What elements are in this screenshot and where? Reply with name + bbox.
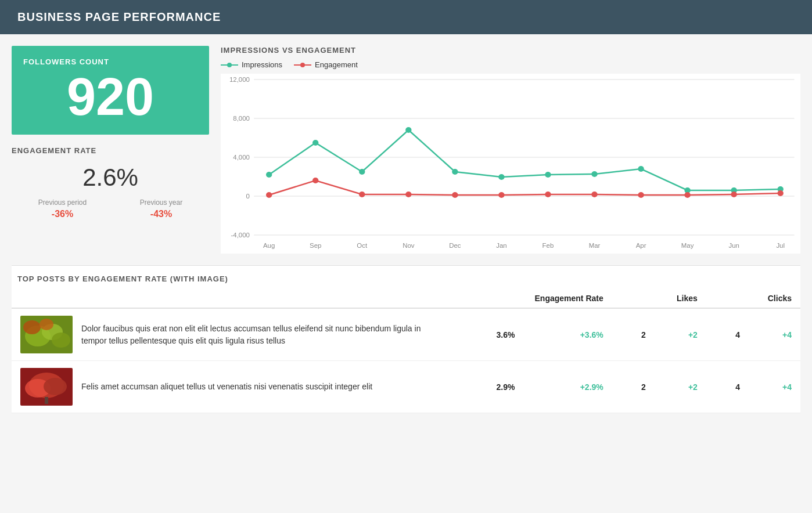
post-text-1: Felis amet accumsan aliquet tellus ut ve… xyxy=(81,381,372,393)
year-change: -43% xyxy=(150,209,172,219)
table-row: Dolor faucibus quis erat non elit elit l… xyxy=(12,308,800,361)
legend-engagement: Engagement xyxy=(294,60,358,69)
likes-delta-0: +2 xyxy=(655,308,706,361)
likes-0: 2 xyxy=(612,308,655,361)
svg-point-45 xyxy=(591,192,597,197)
table-row: Felis amet accumsan aliquet tellus ut ve… xyxy=(12,361,800,413)
svg-point-28 xyxy=(359,169,365,175)
svg-point-53 xyxy=(52,333,70,348)
svg-text:Nov: Nov xyxy=(403,242,415,249)
svg-text:12,000: 12,000 xyxy=(229,76,250,83)
svg-point-38 xyxy=(266,192,272,198)
svg-point-49 xyxy=(777,190,783,196)
clicks-1: 4 xyxy=(706,361,749,413)
engagement-delta-0: +3.6% xyxy=(523,308,612,361)
period-comparison: Previous period -36% Previous year -43% xyxy=(12,198,209,219)
chart-title: IMPRESSIONS VS ENGAGEMENT xyxy=(221,46,800,55)
svg-point-32 xyxy=(545,172,551,178)
col-header-engagement: Engagement Rate xyxy=(445,289,612,308)
svg-text:0: 0 xyxy=(246,193,250,200)
svg-text:Jun: Jun xyxy=(728,242,739,249)
legend-engagement-label: Engagement xyxy=(315,60,358,69)
svg-point-30 xyxy=(452,169,458,175)
svg-text:-4,000: -4,000 xyxy=(231,232,250,239)
svg-point-44 xyxy=(545,192,551,197)
svg-point-55 xyxy=(39,319,53,330)
svg-point-59 xyxy=(44,378,67,395)
period-item-year: Previous year -43% xyxy=(140,198,182,219)
svg-text:8,000: 8,000 xyxy=(233,115,250,122)
clicks-delta-1: +4 xyxy=(749,361,800,413)
svg-text:May: May xyxy=(681,242,694,249)
post-cell-1: Felis amet accumsan aliquet tellus ut ve… xyxy=(12,361,445,413)
svg-point-40 xyxy=(359,192,365,197)
likes-delta-1: +2 xyxy=(655,361,706,413)
svg-text:Mar: Mar xyxy=(589,242,601,249)
col-header-clicks: Clicks xyxy=(706,289,800,308)
chart-legend: Impressions Engagement xyxy=(221,60,800,69)
legend-impressions-label: Impressions xyxy=(242,60,282,69)
svg-point-43 xyxy=(498,192,504,198)
chart-svg-container: 12,000 8,000 4,000 0 -4,000 Aug Sep Oct … xyxy=(221,74,800,254)
legend-impressions: Impressions xyxy=(221,60,282,69)
post-thumbnail-1 xyxy=(20,368,73,406)
engagement-section: ENGAGEMENT RATE 2.6% Previous period -36… xyxy=(12,140,209,225)
svg-point-26 xyxy=(266,172,272,178)
page-title: BUSINESS PAGE PERFORMANCE xyxy=(17,10,221,23)
svg-text:Sep: Sep xyxy=(310,242,321,249)
svg-point-27 xyxy=(312,140,318,146)
svg-text:Feb: Feb xyxy=(542,242,554,249)
post-text-0: Dolor faucibus quis erat non elit elit l… xyxy=(81,323,437,347)
engagement-delta-1: +2.9% xyxy=(523,361,612,413)
svg-point-31 xyxy=(498,174,504,180)
clicks-delta-0: +4 xyxy=(749,308,800,361)
post-cell-0: Dolor faucibus quis erat non elit elit l… xyxy=(12,308,445,361)
col-header-post xyxy=(12,289,445,308)
top-section: FOLLOWERS COUNT 920 ENGAGEMENT RATE 2.6%… xyxy=(12,46,800,254)
followers-count: 920 xyxy=(23,71,197,123)
svg-text:Aug: Aug xyxy=(263,242,275,249)
svg-point-47 xyxy=(684,192,690,198)
svg-point-54 xyxy=(23,320,41,334)
engagement-rate-1: 2.9% xyxy=(445,361,524,413)
page-header: BUSINESS PAGE PERFORMANCE xyxy=(0,0,812,34)
left-panel: FOLLOWERS COUNT 920 ENGAGEMENT RATE 2.6%… xyxy=(12,46,209,225)
svg-text:Dec: Dec xyxy=(449,242,461,249)
svg-point-39 xyxy=(312,178,318,183)
svg-text:Apr: Apr xyxy=(636,242,646,249)
period-label: Previous period xyxy=(38,198,87,207)
svg-point-48 xyxy=(731,192,736,197)
clicks-0: 4 xyxy=(706,308,749,361)
main-content: FOLLOWERS COUNT 920 ENGAGEMENT RATE 2.6%… xyxy=(0,34,812,425)
posts-table: Engagement Rate Likes Clicks Dolor fauci… xyxy=(12,289,800,413)
svg-point-1 xyxy=(227,63,232,67)
svg-point-41 xyxy=(405,192,411,197)
chart-section: IMPRESSIONS VS ENGAGEMENT Impressions En… xyxy=(221,46,800,254)
table-title: TOP POSTS BY ENGAGEMENT RATE (WITH IMAGE… xyxy=(12,274,800,283)
svg-text:Jan: Jan xyxy=(496,242,506,249)
table-section: TOP POSTS BY ENGAGEMENT RATE (WITH IMAGE… xyxy=(12,265,800,413)
svg-rect-60 xyxy=(45,397,48,404)
svg-text:4,000: 4,000 xyxy=(233,154,250,161)
svg-text:Oct: Oct xyxy=(357,242,368,249)
followers-card: FOLLOWERS COUNT 920 xyxy=(12,46,209,135)
svg-point-29 xyxy=(405,127,411,133)
svg-point-42 xyxy=(452,192,458,198)
svg-point-46 xyxy=(638,192,644,198)
followers-label: FOLLOWERS COUNT xyxy=(23,57,197,66)
col-header-likes: Likes xyxy=(612,289,706,308)
period-change: -36% xyxy=(52,209,73,219)
svg-text:Jul: Jul xyxy=(776,242,785,249)
likes-1: 2 xyxy=(612,361,655,413)
svg-point-34 xyxy=(638,166,644,172)
svg-point-3 xyxy=(300,63,305,67)
engagement-rate-value: 2.6% xyxy=(12,164,209,192)
engagement-rate-0: 3.6% xyxy=(445,308,524,361)
engagement-title: ENGAGEMENT RATE xyxy=(12,146,209,155)
period-item-period: Previous period -36% xyxy=(38,198,87,219)
post-thumbnail-0 xyxy=(20,316,73,353)
svg-point-33 xyxy=(591,171,597,177)
year-label: Previous year xyxy=(140,198,182,207)
